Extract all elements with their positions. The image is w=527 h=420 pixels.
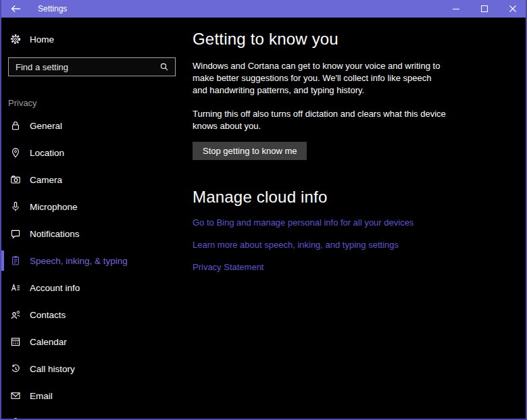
sidebar-item-account-info[interactable]: Account info (1, 274, 184, 301)
back-arrow-icon (11, 5, 21, 13)
sidebar-item-speech-inking-typing[interactable]: Speech, inking, & typing (1, 247, 184, 274)
sidebar-item-label: Notifications (30, 229, 80, 239)
back-button[interactable] (0, 0, 31, 18)
sidebar-item-tasks[interactable]: Tasks (1, 409, 184, 420)
settings-window: Settings Home Privacy General (0, 0, 527, 420)
titlebar: Settings (0, 0, 527, 18)
page-title: Getting to know you (193, 30, 505, 49)
maximize-button[interactable] (470, 0, 499, 18)
sidebar-item-camera[interactable]: Camera (1, 166, 184, 193)
sidebar-item-label: Tasks (30, 418, 53, 420)
sidebar-item-notifications[interactable]: Notifications (1, 220, 184, 247)
description-paragraph-2: Turning this off also turns off dictatio… (193, 108, 448, 132)
stop-getting-to-know-me-button[interactable]: Stop getting to know me (193, 142, 307, 160)
close-button[interactable] (499, 0, 527, 18)
minimize-icon (453, 5, 459, 12)
sidebar-item-label: Microphone (30, 202, 78, 212)
sidebar-item-label: Calendar (30, 337, 67, 347)
contacts-icon (10, 309, 21, 320)
sidebar: Home Privacy General Location Camera Mic… (1, 18, 184, 420)
main-content: Getting to know you Windows and Cortana … (184, 18, 526, 420)
search-icon[interactable] (159, 62, 169, 72)
camera-icon (10, 174, 21, 185)
sidebar-item-label: General (30, 121, 62, 131)
cloud-links: Go to Bing and manage personal info for … (193, 217, 505, 273)
sidebar-item-label: Email (30, 391, 53, 401)
cloud-link[interactable]: Learn more about speech, inking, and typ… (193, 239, 505, 251)
sidebar-nav: General Location Camera Microphone Notif… (1, 112, 184, 420)
cloud-link[interactable]: Privacy Statement (193, 261, 505, 273)
sidebar-item-email[interactable]: Email (1, 382, 184, 409)
notifications-icon (10, 228, 21, 239)
email-icon (10, 390, 21, 401)
location-icon (10, 147, 21, 158)
close-icon (509, 5, 516, 12)
home-label: Home (30, 34, 54, 45)
description-paragraph-1: Windows and Cortana can get to know your… (193, 60, 448, 97)
sidebar-item-microphone[interactable]: Microphone (1, 193, 184, 220)
account-icon (10, 282, 21, 293)
lock-icon (10, 120, 21, 131)
sidebar-item-call-history[interactable]: Call history (1, 355, 184, 382)
search-box (8, 57, 176, 76)
calendar-icon (10, 336, 21, 347)
sidebar-item-general[interactable]: General (1, 112, 184, 139)
window-title: Settings (38, 4, 67, 14)
sidebar-item-label: Speech, inking, & typing (30, 256, 128, 266)
minimize-button[interactable] (442, 0, 470, 18)
sidebar-item-label: Contacts (30, 310, 66, 320)
privacy-group-label: Privacy (8, 98, 184, 108)
sidebar-item-home[interactable]: Home (1, 30, 184, 49)
manage-cloud-info-heading: Manage cloud info (193, 188, 505, 207)
sidebar-item-calendar[interactable]: Calendar (1, 328, 184, 355)
sidebar-item-label: Call history (30, 364, 75, 374)
sidebar-item-label: Location (30, 148, 64, 158)
microphone-icon (10, 201, 21, 212)
speech-icon (10, 255, 21, 266)
sidebar-item-label: Camera (30, 175, 62, 185)
tasks-icon (10, 417, 21, 420)
call-history-icon (10, 363, 21, 374)
search-input[interactable] (16, 62, 159, 72)
cloud-link[interactable]: Go to Bing and manage personal info for … (193, 217, 505, 229)
sidebar-item-location[interactable]: Location (1, 139, 184, 166)
maximize-icon (481, 5, 488, 12)
sidebar-item-contacts[interactable]: Contacts (1, 301, 184, 328)
sidebar-item-label: Account info (30, 283, 80, 293)
gear-icon (10, 34, 21, 45)
